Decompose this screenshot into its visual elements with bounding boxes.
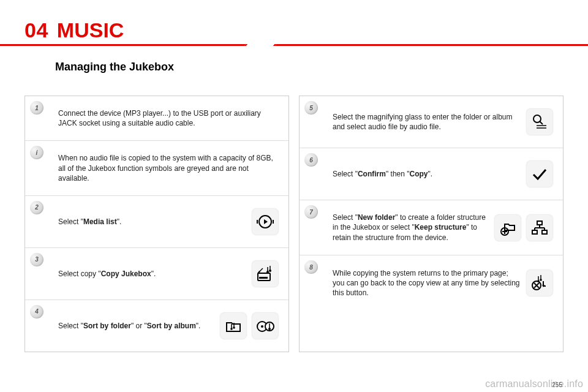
step-badge: 4 [30, 305, 43, 318]
svg-line-16 [540, 121, 543, 124]
svg-rect-27 [532, 230, 537, 234]
step-badge: 5 [304, 101, 318, 115]
content-columns: 1 Connect the device (MP3 player...) to … [24, 96, 564, 352]
svg-rect-5 [259, 277, 268, 279]
step-3: 3 Select copy "Copy Jukebox". [25, 248, 288, 300]
step-text: Select "New folder" to create a folder s… [333, 213, 488, 243]
svg-point-10 [233, 326, 235, 329]
step-text: Select copy "Copy Jukebox". [58, 269, 246, 279]
chapter-title: MUSIC [57, 18, 124, 42]
copy-progress-icon [526, 270, 553, 296]
step-text: Select "Confirm" then "Copy". [333, 169, 520, 179]
magnify-list-icon [526, 108, 553, 135]
chapter-header: 04 MUSIC Managing the Jukebox [24, 18, 564, 74]
icon-group [494, 214, 553, 241]
step-text: Select the magnifying glass to enter the… [333, 112, 520, 132]
svg-point-30 [540, 279, 542, 281]
step-6: 6 Select "Confirm" then "Copy". [300, 148, 563, 200]
svg-rect-28 [542, 230, 547, 234]
step-text: While copying the system returns to the … [333, 268, 520, 298]
header-notch [244, 44, 277, 46]
manual-page: 04 MUSIC Managing the Jukebox 1 Connect … [0, 0, 588, 364]
step-2: 2 Select "Media list". [25, 196, 288, 248]
svg-point-6 [266, 271, 269, 273]
step-text: Select "Media list". [58, 217, 246, 227]
section-header-row: Managing the Jukebox [24, 61, 564, 74]
icon-group [220, 312, 279, 339]
step-text: Select "Sort by folder" or "Sort by albu… [58, 321, 214, 331]
step-badge: 7 [304, 205, 318, 219]
svg-rect-22 [537, 221, 542, 225]
section-title: Managing the Jukebox [55, 61, 174, 73]
header-divider [0, 44, 588, 46]
chapter-number: 04 [24, 18, 48, 42]
step-badge: 8 [304, 260, 318, 274]
step-badge: 1 [30, 101, 43, 115]
step-5: 5 Select the magnifying glass to enter t… [300, 96, 563, 148]
svg-point-14 [268, 328, 271, 330]
step-badge: 3 [30, 253, 43, 266]
step-text: When no audio file is copied to the syst… [58, 153, 279, 183]
info-badge: i [30, 146, 43, 159]
step-7: 7 Select "New folder" to create a folder… [300, 200, 563, 255]
step-badge: 6 [304, 153, 318, 167]
sort-folder-icon [220, 312, 247, 339]
step-info: i When no audio file is copied to the sy… [25, 141, 288, 196]
media-list-icon [252, 208, 279, 235]
sort-album-icon [252, 312, 279, 339]
step-1: 1 Connect the device (MP3 player...) to … [25, 96, 288, 141]
svg-point-7 [269, 270, 271, 272]
step-4: 4 Select "Sort by folder" or "Sort by al… [25, 300, 288, 352]
new-folder-icon [494, 214, 521, 241]
svg-point-9 [230, 328, 233, 330]
chapter-row: 04 MUSIC [24, 18, 564, 46]
keep-structure-icon [526, 214, 553, 241]
step-text: Connect the device (MP3 player...) to th… [58, 108, 279, 128]
step-8: 8 While copying the system returns to th… [300, 255, 563, 311]
check-icon [526, 160, 553, 187]
watermark: carmanualsonline.info [485, 379, 583, 390]
step-badge: 2 [30, 201, 43, 214]
copy-jukebox-icon [252, 260, 279, 287]
svg-point-12 [261, 325, 263, 328]
left-column: 1 Connect the device (MP3 player...) to … [24, 96, 289, 352]
right-column: 5 Select the magnifying glass to enter t… [299, 96, 564, 352]
svg-marker-1 [264, 219, 268, 224]
